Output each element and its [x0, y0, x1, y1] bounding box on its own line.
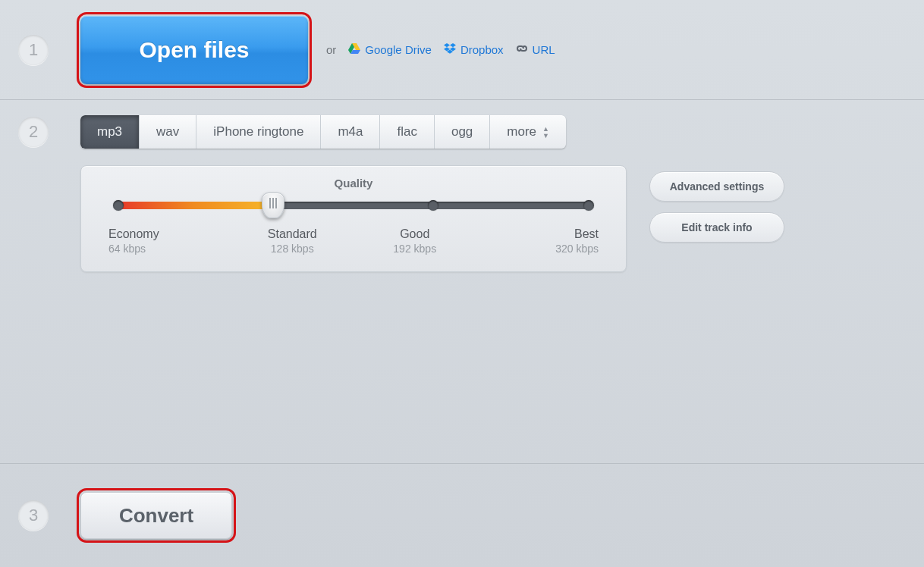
quality-rate-best: 320 kbps: [476, 243, 599, 255]
edit-track-info-button[interactable]: Edit track info: [649, 212, 784, 243]
format-tab-wav[interactable]: wav: [140, 115, 196, 149]
quality-slider-track[interactable]: [115, 202, 592, 209]
quality-title: Quality: [108, 177, 599, 190]
quality-rate-good: 192 kbps: [354, 243, 476, 255]
side-buttons: Advanced settings Edit track info: [649, 171, 784, 272]
step-1-badge: 1: [18, 35, 49, 65]
convert-button[interactable]: Convert: [80, 492, 232, 539]
quality-stop-good[interactable]: [428, 200, 438, 211]
advanced-settings-button[interactable]: Advanced settings: [649, 171, 784, 202]
format-tab-iphone-ringtone[interactable]: iPhone ringtone: [196, 115, 321, 149]
step-3-row: 3 Convert: [0, 464, 924, 567]
dropbox-label: Dropbox: [460, 43, 504, 56]
google-drive-icon: [348, 43, 360, 56]
quality-rate-standard: 128 kbps: [231, 243, 354, 255]
sort-arrows-icon: ▲▼: [542, 126, 549, 139]
quality-stop-economy[interactable]: [113, 200, 124, 211]
dropbox-icon: [444, 43, 456, 56]
step-1-row: 1 Open files or Google Drive Dropbox URL: [0, 0, 924, 100]
quality-panel: Quality Economy 64 kbps Standard 128: [80, 165, 627, 272]
format-tab-mp3[interactable]: mp3: [80, 115, 140, 149]
open-files-button[interactable]: Open files: [80, 16, 308, 84]
format-tab-ogg[interactable]: ogg: [435, 115, 490, 149]
google-drive-label: Google Drive: [365, 43, 432, 56]
quality-label-good: Good: [354, 227, 476, 241]
step-2-badge: 2: [18, 117, 49, 147]
quality-slider-knob[interactable]: [262, 193, 284, 218]
url-label: URL: [533, 43, 555, 56]
quality-labels: Economy 64 kbps Standard 128 kbps Good 1…: [108, 227, 599, 255]
format-tab-m4a[interactable]: m4a: [321, 115, 380, 149]
step-3-badge: 3: [18, 500, 49, 531]
format-tab-more-label: more: [507, 124, 536, 139]
svg-marker-4: [450, 43, 456, 47]
or-text: or: [326, 43, 336, 56]
format-tab-flac[interactable]: flac: [380, 115, 434, 149]
quality-rate-economy: 64 kbps: [108, 243, 231, 255]
quality-label-best: Best: [476, 227, 599, 241]
alt-sources: or Google Drive Dropbox URL: [326, 43, 555, 56]
url-link[interactable]: URL: [516, 43, 555, 56]
step-2-row: 2 mp3 wav iPhone ringtone m4a flac ogg m…: [0, 100, 924, 464]
format-tab-more[interactable]: more ▲▼: [490, 115, 566, 149]
svg-marker-3: [444, 43, 450, 47]
quality-stop-best[interactable]: [583, 200, 594, 211]
format-tabs: mp3 wav iPhone ringtone m4a flac ogg mor…: [80, 115, 566, 149]
quality-slider-fill: [115, 202, 273, 209]
quality-label-economy: Economy: [108, 227, 231, 241]
dropbox-link[interactable]: Dropbox: [444, 43, 504, 56]
google-drive-link[interactable]: Google Drive: [348, 43, 432, 56]
link-icon: [516, 43, 528, 56]
quality-label-standard: Standard: [231, 227, 354, 241]
